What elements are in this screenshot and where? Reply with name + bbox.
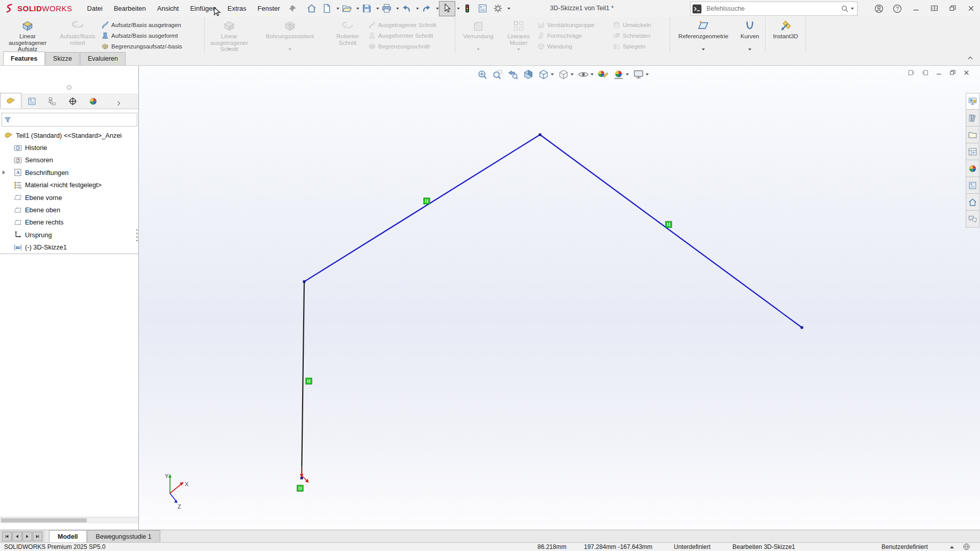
window-controls: ? (870, 0, 980, 17)
tree-item[interactable]: ABeschriftungen (0, 166, 138, 179)
tree-item[interactable]: Material <nicht festgelegt> (0, 179, 138, 191)
ribbon-button-reference-geometry[interactable]: Referenzgeometrie (671, 18, 736, 52)
status-units[interactable]: Benutzerdefiniert (881, 543, 928, 550)
tree-item[interactable]: Sensoren (0, 154, 138, 166)
command-manager-ribbon: LinearausgetragenerAufsatzAufsatz/Basisr… (0, 17, 980, 53)
document-properties-button[interactable] (475, 2, 491, 16)
extruded-cut-dropdown-icon (228, 48, 231, 51)
taskpane-sw-home-tab[interactable] (966, 194, 979, 211)
tree-item[interactable]: Teil1 (Standard) <<Standard>_Anzei (0, 129, 138, 141)
reference-geometry-dropdown-icon[interactable] (702, 48, 705, 51)
ribbon-button-lofted-boss[interactable]: Aufsatz/Basis ausgeformt (101, 30, 203, 41)
triad-y-arrowhead[interactable] (168, 474, 172, 478)
scrollbar-thumb[interactable] (1, 518, 87, 522)
constraint-marker[interactable] (666, 221, 672, 228)
curves-dropdown-icon[interactable] (748, 48, 751, 51)
expand-arrow-icon[interactable] (3, 170, 5, 174)
fillet-icon (472, 19, 485, 33)
tree-expand-chevron-icon[interactable] (115, 99, 122, 109)
tree-item[interactable]: Ebene vorne (0, 191, 138, 204)
sketch-vertex[interactable] (539, 134, 542, 136)
undo-button[interactable] (399, 2, 414, 16)
search-icon[interactable] (841, 5, 849, 13)
panel-collapse-handle[interactable] (67, 85, 71, 90)
restore-button[interactable] (943, 2, 962, 16)
ribbon-stack: Ausgetragener SchnittAusgeformter Schnit… (368, 18, 454, 52)
sketch-line-blue[interactable] (304, 135, 802, 328)
taskpane-design-library-tab[interactable] (966, 110, 979, 127)
configurationmanager-icon (47, 96, 57, 106)
ribbon-button-curves[interactable]: Kurven (736, 18, 764, 52)
configurationmanager-tab[interactable] (42, 94, 62, 109)
tile-windows-button[interactable] (925, 2, 943, 16)
command-search[interactable] (690, 2, 857, 16)
propertymanager-tab[interactable] (21, 94, 42, 109)
account-button[interactable] (870, 2, 888, 16)
help-button[interactable]: ? (888, 2, 906, 16)
taskpane-custom-properties-tab[interactable] (966, 177, 979, 194)
tree-item[interactable]: Historie (0, 141, 138, 154)
ribbon-button-extruded-boss[interactable]: LinearausgetragenerAufsatz (1, 18, 54, 52)
select-button[interactable] (439, 1, 455, 16)
study-nav-first-button[interactable] (2, 532, 12, 541)
study-nav-prev-button[interactable] (12, 532, 22, 541)
tree-filter-box[interactable] (2, 113, 137, 127)
tab-features[interactable]: Features (3, 52, 45, 65)
sketch-canvas[interactable]: YXZ (139, 66, 980, 530)
tree-item[interactable]: 3D(-) 3D-Skizze1 (0, 241, 138, 254)
study-nav-next-button[interactable] (22, 532, 32, 541)
tab-evaluieren[interactable]: Evaluieren (80, 52, 126, 65)
save-button[interactable] (359, 2, 375, 16)
performance-button[interactable] (460, 2, 475, 16)
taskpane-comments-tab[interactable] (966, 211, 979, 228)
triad-x-axis[interactable] (170, 484, 181, 493)
tree-item[interactable]: Ursprung (0, 229, 138, 241)
constraint-marker[interactable] (424, 198, 430, 204)
ribbon-label: Umwickeln (623, 22, 651, 28)
menu-bearbeiten[interactable]: Bearbeiten (108, 1, 152, 17)
close-button[interactable] (962, 2, 980, 16)
taskpane-view-palette-tab[interactable] (966, 143, 979, 160)
sketch-vertex[interactable] (801, 327, 803, 329)
redo-button[interactable] (419, 2, 434, 16)
minimize-button[interactable] (906, 2, 925, 16)
ribbon-button-swept-boss[interactable]: Aufsatz/Basis ausgetragen (101, 19, 203, 30)
featuremanager-tab[interactable] (0, 93, 21, 109)
menu-ansicht[interactable]: Ansicht (152, 1, 185, 17)
tree-horizontal-scrollbar[interactable] (0, 517, 138, 523)
study-nav-last-button[interactable] (33, 532, 42, 541)
study-tab-modell[interactable]: Modell (49, 530, 87, 543)
triad-z-axis[interactable] (170, 493, 176, 501)
search-input[interactable] (702, 5, 841, 13)
displaymanager-tab[interactable] (83, 94, 103, 109)
taskpane-file-explorer-tab[interactable] (966, 127, 979, 143)
sketch-line-selected[interactable] (302, 282, 304, 478)
menu-extras[interactable]: Extras (222, 1, 252, 17)
units-expand-icon[interactable] (950, 546, 954, 548)
study-tab-bewegungsstudie-1[interactable]: Bewegungsstudie 1 (87, 530, 160, 543)
ribbon-button-boundary-boss[interactable]: Begrenzungsaufsatz/-basis (101, 41, 203, 52)
ribbon-button-instant3d[interactable]: Instant3D (767, 18, 804, 52)
tab-skizze[interactable]: Skizze (45, 52, 80, 65)
ribbon-collapse-button[interactable] (965, 53, 976, 64)
tree-item[interactable]: Ebene oben (0, 204, 138, 216)
home-button[interactable] (304, 2, 320, 16)
pin-icon[interactable] (288, 4, 297, 13)
taskpane-resources-tab[interactable] (966, 93, 979, 110)
graphics-viewport[interactable]: YXZ (139, 66, 980, 530)
menu-fenster[interactable]: Fenster (252, 1, 286, 17)
tree-item[interactable]: Ebene rechts (0, 216, 138, 229)
globe-icon[interactable] (963, 543, 970, 550)
print-button[interactable] (379, 2, 395, 16)
taskpane-appearances-tab[interactable] (966, 160, 979, 177)
origin-icon (13, 230, 22, 239)
sketch-vertex[interactable] (303, 281, 306, 283)
options-button[interactable] (491, 2, 506, 16)
dimxpertmanager-tab[interactable] (62, 94, 83, 109)
constraint-marker[interactable] (297, 485, 303, 491)
constraint-marker[interactable] (306, 378, 312, 384)
new-document-button[interactable] (320, 2, 335, 16)
menu-datei[interactable]: Datei (82, 1, 108, 17)
open-button[interactable] (339, 2, 355, 16)
search-scope-dropdown-icon[interactable] (851, 8, 854, 10)
